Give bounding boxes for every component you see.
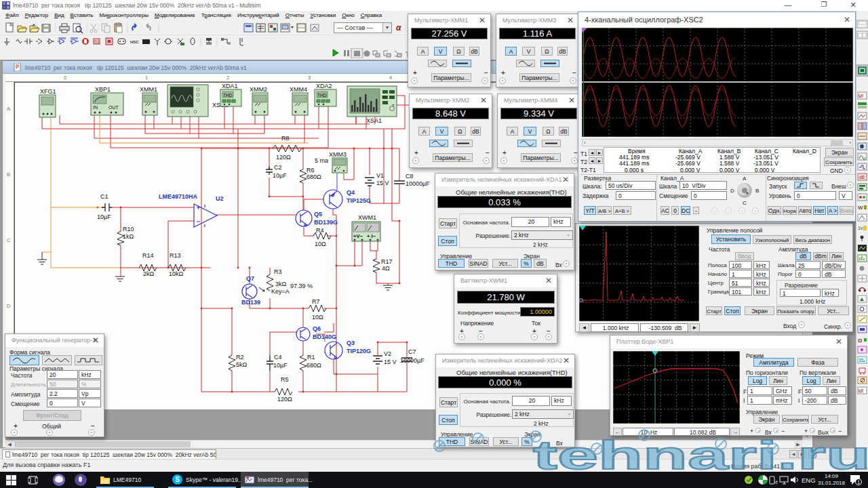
svg-text:U2: U2 xyxy=(216,195,224,202)
svg-text:+V−: +V− xyxy=(353,233,363,239)
svg-text:HSC: HSC xyxy=(130,40,139,44)
svg-text:R6: R6 xyxy=(307,167,315,174)
svg-text:R5: R5 xyxy=(281,376,289,383)
svg-text:U!: U! xyxy=(859,94,863,98)
svg-text:10000µF: 10000µF xyxy=(406,180,430,187)
svg-text:THD: THD xyxy=(223,93,233,98)
svg-text:XDA2: XDA2 xyxy=(316,83,332,89)
svg-text:XMM2: XMM2 xyxy=(250,86,267,93)
svg-text:2kΩ: 2kΩ xyxy=(143,270,155,277)
svg-text:TIP120G: TIP120G xyxy=(347,348,371,354)
svg-text:Key=A: Key=A xyxy=(271,288,290,295)
svg-text:15 V: 15 V xyxy=(384,359,397,365)
svg-text:3kΩ: 3kΩ xyxy=(275,281,287,287)
svg-text:A: A xyxy=(743,176,747,182)
svg-text:C8: C8 xyxy=(406,173,414,180)
svg-text:IN: IN xyxy=(382,95,386,99)
svg-text:Q5: Q5 xyxy=(314,211,322,218)
svg-text:XMM3: XMM3 xyxy=(329,151,347,158)
svg-text:XMM4: XMM4 xyxy=(290,86,307,93)
svg-text:R7: R7 xyxy=(312,298,320,305)
svg-text:R3: R3 xyxy=(274,268,282,275)
svg-text:120Ω: 120Ω xyxy=(277,396,292,403)
svg-text:R8: R8 xyxy=(281,135,290,142)
svg-text:Q7: Q7 xyxy=(246,275,254,282)
svg-text:ENG: ENG xyxy=(802,476,816,484)
svg-text:680Ω: 680Ω xyxy=(307,362,321,369)
svg-text:1kΩ: 1kΩ xyxy=(123,233,134,240)
svg-text:5 ma: 5 ma xyxy=(315,157,328,164)
svg-text:10000µF: 10000µF xyxy=(400,357,425,364)
svg-text:D: D xyxy=(730,188,734,194)
svg-text:R10: R10 xyxy=(123,226,134,232)
svg-text:15 V: 15 V xyxy=(376,180,389,186)
svg-text:C1: C1 xyxy=(100,193,108,200)
svg-text:BD140G: BD140G xyxy=(313,333,336,340)
svg-text:Q6: Q6 xyxy=(313,325,321,332)
svg-text:10Ω: 10Ω xyxy=(315,241,326,247)
svg-text:Q4: Q4 xyxy=(347,189,355,196)
svg-text:IN: IN xyxy=(93,105,98,110)
svg-text:U!: U! xyxy=(859,388,863,393)
svg-text:XMM1: XMM1 xyxy=(140,86,157,93)
svg-text:R2: R2 xyxy=(236,354,244,361)
svg-text:C: C xyxy=(743,200,747,206)
svg-text:W: W xyxy=(858,205,863,211)
svg-text:XDA1: XDA1 xyxy=(222,83,238,89)
svg-text:Q3: Q3 xyxy=(347,340,355,346)
svg-text:10µF: 10µF xyxy=(97,214,111,220)
svg-text:TIP125G: TIP125G xyxy=(347,197,371,204)
svg-text:5kΩ: 5kΩ xyxy=(236,361,248,368)
svg-text:4Ω: 4Ω xyxy=(382,265,390,272)
svg-text:BD139: BD139 xyxy=(241,299,260,306)
svg-text:C2: C2 xyxy=(274,164,282,171)
svg-text:+ I−: + I− xyxy=(367,233,376,239)
svg-text:97.39 %: 97.39 % xyxy=(290,283,313,289)
svg-text:R13: R13 xyxy=(170,252,181,259)
svg-text:C4: C4 xyxy=(274,354,282,361)
svg-text:B: B xyxy=(755,188,759,194)
svg-text:V2: V2 xyxy=(384,350,391,357)
svg-text:T: T xyxy=(392,104,395,108)
svg-text:V1: V1 xyxy=(376,172,384,179)
svg-text:R14: R14 xyxy=(142,252,154,259)
svg-text:10µF: 10µF xyxy=(273,362,288,369)
svg-text:BD139G: BD139G xyxy=(314,219,338,226)
svg-text:XBP1: XBP1 xyxy=(95,86,111,93)
svg-text:XFG1: XFG1 xyxy=(40,88,56,95)
svg-text:Ω: Ω xyxy=(858,338,863,344)
svg-text:THD: THD xyxy=(317,93,327,98)
svg-text:R4: R4 xyxy=(316,227,324,234)
svg-text:10Ω: 10Ω xyxy=(312,314,323,321)
svg-text:1v: 1v xyxy=(858,226,863,230)
svg-text:dB: dB xyxy=(859,175,865,180)
svg-text:XSA1: XSA1 xyxy=(366,117,382,124)
svg-text:120Ω: 120Ω xyxy=(276,154,291,161)
svg-text:1: 1 xyxy=(857,480,860,485)
svg-text:10kΩ: 10kΩ xyxy=(169,270,184,277)
svg-text:01: 01 xyxy=(94,39,100,44)
svg-text:R17: R17 xyxy=(381,258,393,265)
svg-text:OUT: OUT xyxy=(108,105,119,110)
svg-text:680Ω: 680Ω xyxy=(307,174,321,180)
svg-text:10µF: 10µF xyxy=(273,172,287,179)
svg-text:LME49710HA: LME49710HA xyxy=(159,193,198,200)
svg-text:C7: C7 xyxy=(408,348,416,355)
svg-text:XWM1: XWM1 xyxy=(358,214,376,221)
svg-text:R1: R1 xyxy=(307,354,315,361)
